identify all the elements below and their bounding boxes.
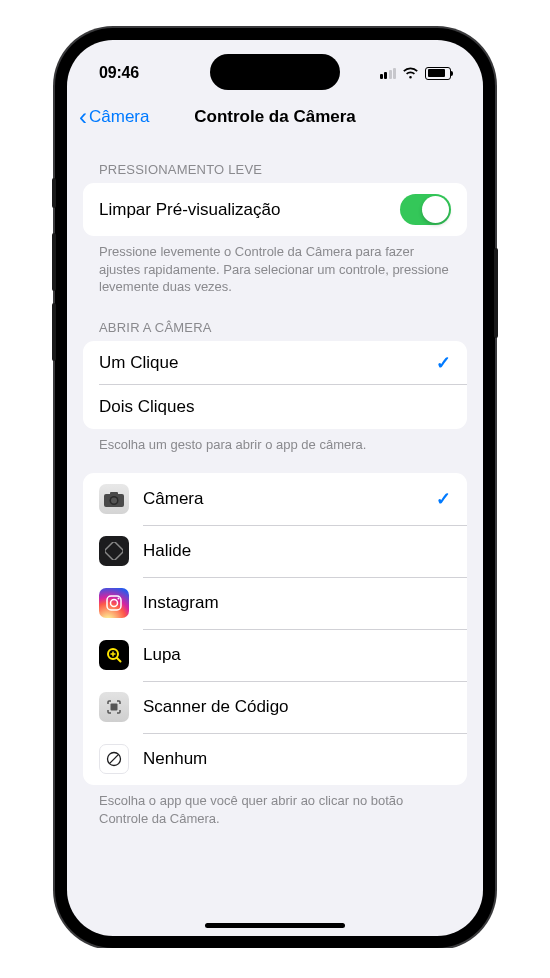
toggle-clear-preview[interactable] <box>400 194 451 225</box>
section-footer: Escolha um gesto para abrir o app de câm… <box>83 429 467 454</box>
side-button <box>52 178 56 208</box>
svg-rect-1 <box>110 492 118 495</box>
app-label: Lupa <box>143 645 451 665</box>
group-light-press: Limpar Pré-visualização <box>83 183 467 236</box>
row-app-lupa[interactable]: Lupa <box>83 629 467 681</box>
app-label: Instagram <box>143 593 451 613</box>
instagram-app-icon <box>99 588 129 618</box>
dynamic-island <box>210 54 340 90</box>
row-app-scanner[interactable]: Scanner de Código <box>83 681 467 733</box>
page-title: Controle da Câmera <box>194 107 356 127</box>
app-label: Halide <box>143 541 451 561</box>
settings-content[interactable]: PRESSIONAMENTO LEVE Limpar Pré-visualiza… <box>67 138 483 847</box>
none-app-icon <box>99 744 129 774</box>
back-button[interactable]: ‹ Câmera <box>79 105 149 129</box>
section-footer: Pressione levemente o Controle da Câmera… <box>83 236 467 296</box>
section-header-light-press: PRESSIONAMENTO LEVE <box>83 138 467 183</box>
halide-app-icon <box>99 536 129 566</box>
group-apps: Câmera ✓ Halide Instagram <box>83 473 467 785</box>
volume-up-button <box>52 233 56 291</box>
row-one-click[interactable]: Um Clique ✓ <box>83 341 467 385</box>
cellular-signal-icon <box>380 67 397 79</box>
checkmark-icon: ✓ <box>436 488 451 510</box>
magnifier-app-icon <box>99 640 129 670</box>
row-label: Dois Cliques <box>99 397 451 417</box>
svg-rect-12 <box>111 704 118 711</box>
chevron-back-icon: ‹ <box>79 105 87 129</box>
navigation-bar: ‹ Câmera Controle da Câmera <box>67 96 483 138</box>
row-app-halide[interactable]: Halide <box>83 525 467 577</box>
power-button <box>494 248 498 338</box>
battery-icon <box>425 67 451 80</box>
row-label: Um Clique <box>99 353 436 373</box>
status-time: 09:46 <box>99 64 139 82</box>
app-label: Scanner de Código <box>143 697 451 717</box>
row-two-clicks[interactable]: Dois Cliques <box>83 385 467 429</box>
back-label: Câmera <box>89 107 149 127</box>
row-app-none[interactable]: Nenhum <box>83 733 467 785</box>
svg-line-9 <box>117 658 121 662</box>
status-icons <box>380 67 452 80</box>
svg-point-7 <box>118 598 120 600</box>
svg-point-6 <box>111 600 118 607</box>
screen: 09:46 ‹ Câmera Controle da Câmera PRESSI… <box>67 40 483 936</box>
wifi-icon <box>402 67 419 79</box>
row-app-instagram[interactable]: Instagram <box>83 577 467 629</box>
svg-rect-4 <box>105 542 123 560</box>
group-gesture: Um Clique ✓ Dois Cliques <box>83 341 467 429</box>
code-scanner-app-icon <box>99 692 129 722</box>
checkmark-icon: ✓ <box>436 352 451 374</box>
section-footer: Escolha o app que você quer abrir ao cli… <box>83 785 467 827</box>
svg-point-3 <box>111 497 117 503</box>
row-clear-preview[interactable]: Limpar Pré-visualização <box>83 183 467 236</box>
row-label: Limpar Pré-visualização <box>99 200 400 220</box>
app-label: Câmera <box>143 489 436 509</box>
svg-line-14 <box>109 755 118 764</box>
app-label: Nenhum <box>143 749 451 769</box>
phone-frame: 09:46 ‹ Câmera Controle da Câmera PRESSI… <box>55 28 495 948</box>
home-indicator[interactable] <box>205 923 345 928</box>
row-app-camera[interactable]: Câmera ✓ <box>83 473 467 525</box>
camera-app-icon <box>99 484 129 514</box>
section-header-open-camera: ABRIR A CÂMERA <box>83 296 467 341</box>
volume-down-button <box>52 303 56 361</box>
